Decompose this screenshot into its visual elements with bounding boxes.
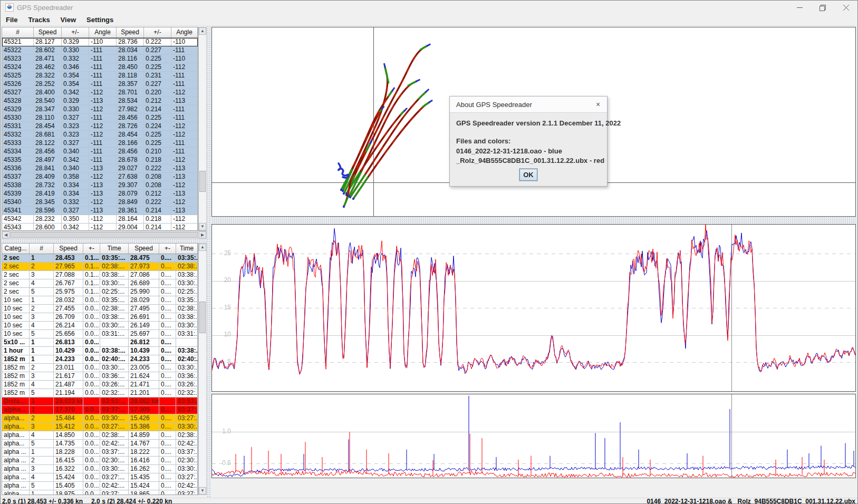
vertical-splitter[interactable] [207,25,211,498]
column-header[interactable]: +/- [144,27,171,37]
scroll-down-button[interactable]: ▼ [199,487,206,495]
table-row[interactable]: 1852 m521.1940.0...02:32:...21.2010....0… [2,389,198,398]
main-content: #Speed+/-AngleSpeed+/-Angle4532128.1270.… [1,25,858,498]
table-row[interactable]: 4532328.4710.332-11128.1160.225-110 [2,55,198,63]
table-row[interactable]: 4534228.2320.350-11228.1640.218-112 [2,215,198,224]
table-row[interactable]: 4534328.6000.342-11229.0040.214-112 [2,224,198,231]
table-row[interactable]: 4532728.4000.342-11228.7010.220-112 [2,89,198,97]
table-row[interactable]: 1 hour110.4290.0...03:38:...10.4390....0… [2,347,198,355]
table-row[interactable]: 4533428.4560.340-11128.4560.210-111 [2,148,198,156]
table-row[interactable]: 4532128.1270.329-11028.7360.222-110 [2,38,198,46]
table-row[interactable]: alpha ...316.3220.0...03:30:...16.2620..… [2,465,198,473]
table-row[interactable]: alpha ...415.4240.0...03:27:...15.4350..… [2,473,198,482]
ok-button[interactable]: OK [519,169,537,181]
scrollbar-thumb[interactable] [199,302,206,333]
table-row[interactable]: 2 sec128.4530.1...03:35:...28.4750....03… [2,254,198,263]
y-axis-label: 5 [218,358,231,365]
restore-button[interactable] [811,1,834,15]
scroll-down-button[interactable]: ▼ [199,223,206,230]
minimize-button[interactable] [788,1,811,15]
table-row[interactable]: alpha...414.8500.0...02:38:...14.8590...… [2,431,198,440]
horizontal-splitter-tables[interactable] [1,239,207,243]
column-header[interactable]: Time [100,244,129,254]
table-row[interactable]: 4534128.5960.327-11328.3610.214-113 [2,207,198,215]
table-row[interactable]: 1852 m321.6170.0...03:36:...21.6240....0… [2,372,198,381]
column-header[interactable]: Speed [117,27,144,37]
scroll-left-button[interactable]: ◀ [2,231,9,238]
error-chart-canvas[interactable] [212,394,855,478]
file1-blue-text: 0146_2022-12-31-1218.oao - blue [456,147,562,155]
java-app-icon [5,3,14,12]
table-row[interactable]: 10 sec525.6560.0...03:31:...25.6970....0… [2,330,198,338]
column-header[interactable]: # [2,27,34,37]
table-row[interactable]: 2 sec525.9750.1...02:25:...25.9900....02… [2,288,198,296]
table-row[interactable]: alpha ...118.9750.0...03:27:...18.8650..… [2,490,198,495]
table-row[interactable]: 4533128.4540.323-11228.7260.224-112 [2,122,198,131]
scroll-up-button[interactable]: ▲ [199,244,206,251]
table-row[interactable]: 10 sec128.0320.0...03:35:...28.0290....0… [2,296,198,305]
table-row[interactable]: alpha ...118.2280.0...03:37:...18.2220..… [2,448,198,457]
table-row[interactable]: 1852 m223.0110.0...03:30:...23.0050....0… [2,364,198,372]
table-row[interactable]: 4533528.4970.342-11128.6780.218-112 [2,156,198,164]
table-row[interactable]: 4534028.3450.332-11228.8490.222-112 [2,198,198,207]
table-row[interactable]: 2 sec227.9650.1...02:38:...27.9730....02… [2,263,198,271]
about-dialog-titlebar[interactable]: About GPS Speedreader × [450,96,607,113]
column-header[interactable]: Angle [171,27,198,37]
table-row[interactable]: alpha ...216.4150.0...02:30:...16.4160..… [2,457,198,465]
table-row[interactable]: 2 sec327.0880.1...03:38:...27.0860....03… [2,271,198,279]
table-row[interactable]: alpha...315.4120.0...03:27:...15.3860...… [2,423,198,431]
menu-item-settings[interactable]: Settings [81,15,119,25]
menu-item-tracks[interactable]: Tracks [23,15,55,25]
table-row[interactable]: 4533328.1220.327-11128.1660.225-111 [2,139,198,148]
column-header[interactable]: +/- [62,27,89,37]
results-table-vertical-scrollbar[interactable]: ▲ ▼ [198,243,207,495]
points-table-horizontal-scrollbar[interactable]: ◀ ▶ [2,231,207,239]
column-header[interactable]: Angle [89,27,117,37]
column-header[interactable]: Speed [129,244,159,254]
y-axis-label: 1.0 [218,428,231,435]
table-row[interactable]: 4533628.8410.340-11329.0270.222-113 [2,164,198,173]
table-row[interactable]: 4532428.4620.346-11128.4500.225-112 [2,63,198,72]
points-table-vertical-scrollbar[interactable]: ▲ ▼ [198,27,207,231]
table-row[interactable]: 1852 m124.2330.0...02:40:...24.2330....0… [2,355,198,364]
scroll-right-button[interactable]: ▶ [199,231,206,238]
menu-item-file[interactable]: File [1,15,23,25]
table-row[interactable]: alpha...514.7350.0...02:42:...14.7670...… [2,440,198,448]
about-dialog-title: About GPS Speedreader [456,101,532,109]
scrollbar-thumb[interactable] [199,171,206,192]
table-row[interactable]: 1852 m421.4870.0...03:26:...21.4710....0… [2,381,198,389]
table-row[interactable]: alpha...215.4840.0...03:30:...15.4260...… [2,414,198,423]
column-header[interactable]: +- [159,244,176,254]
close-button[interactable] [834,1,857,15]
table-row[interactable]: 4533728.4090.358-11227.6380.208-113 [2,173,198,181]
table-row[interactable]: 4532628.2520.354-11128.3570.227-111 [2,80,198,89]
table-row[interactable]: 4532228.6020.330-11128.0340.227-111 [2,46,198,55]
table-row[interactable]: 4532528.3220.354-11128.1180.231-111 [2,72,198,80]
horizontal-splitter-map-chart[interactable] [211,217,857,224]
column-header[interactable]: Time [176,244,198,254]
menu-item-view[interactable]: View [55,15,81,25]
table-row[interactable]: 10 sec426.2140.0...03:30:...26.1490....0… [2,322,198,330]
table-row[interactable]: 10 sec326.7090.0...03:38:...26.6910....0… [2,313,198,322]
table-row[interactable]: 10 sec227.4550.0...02:38:...27.4950....0… [2,305,198,313]
dialog-close-icon[interactable]: × [593,100,603,109]
table-row[interactable]: 4533028.1100.327-11128.4560.225-111 [2,114,198,122]
table-row[interactable]: 4533928.4190.334-11328.0790.212-113 [2,190,198,198]
table-row[interactable]: alpha ...515.4050.0...02:42:...15.4240..… [2,482,198,490]
column-header[interactable]: Categ... [2,244,30,254]
scrollbar-thumb[interactable] [10,232,198,238]
table-row[interactable]: 4532828.5400.329-11328.5340.212-113 [2,97,198,105]
table-row[interactable]: alpha...117.3700.0...03:37:...17.3050...… [2,406,198,414]
scroll-up-button[interactable]: ▲ [199,27,206,35]
table-row[interactable]: 5x10 ...126.8130.0...26.8120.... [2,338,198,347]
column-header[interactable]: +- [83,244,100,254]
table-row[interactable]: Dista...128.023 km03:53:...28.082 km03:5… [2,398,198,406]
speed-chart-canvas[interactable] [212,225,855,391]
table-row[interactable]: 2 sec426.7670.1...03:30:...26.6890....03… [2,279,198,288]
column-header[interactable]: Speed [54,244,83,254]
table-row[interactable]: 4533228.6810.323-11228.4540.225-112 [2,131,198,139]
table-row[interactable]: 4532928.3470.330-11227.9820.214-111 [2,105,198,114]
table-row[interactable]: 4533828.7320.334-11329.3070.208-112 [2,181,198,190]
column-header[interactable]: # [30,244,54,254]
column-header[interactable]: Speed [34,27,62,37]
